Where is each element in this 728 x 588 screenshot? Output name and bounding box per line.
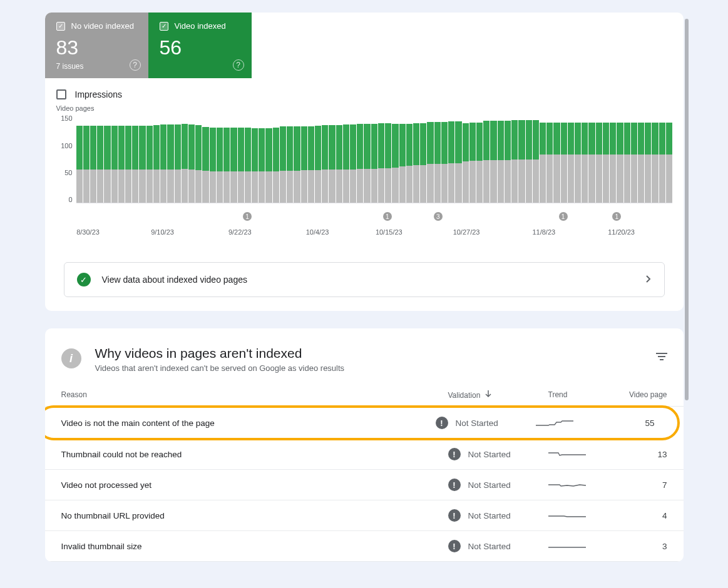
chart-bar[interactable] xyxy=(582,114,588,203)
chart-bar[interactable] xyxy=(561,114,567,203)
chart-bar[interactable] xyxy=(603,114,609,203)
chart-bar[interactable] xyxy=(343,114,349,203)
chart-bar[interactable] xyxy=(111,114,118,203)
chart-bar[interactable] xyxy=(441,114,448,203)
chart-bar[interactable] xyxy=(413,114,419,203)
chart-bar[interactable] xyxy=(230,114,237,203)
chart-bar[interactable] xyxy=(265,114,272,203)
chart-bar[interactable] xyxy=(301,114,307,203)
chart-bar[interactable] xyxy=(518,114,525,203)
chart-bar[interactable] xyxy=(490,114,496,203)
chart-bar[interactable] xyxy=(364,114,370,203)
chart-bar[interactable] xyxy=(652,114,658,203)
chart-bar[interactable] xyxy=(526,114,532,203)
chart-bar[interactable] xyxy=(104,114,110,203)
chart-bar[interactable] xyxy=(666,114,672,203)
chart-bar[interactable] xyxy=(406,114,413,203)
chart-bar[interactable] xyxy=(463,114,469,203)
event-badge[interactable]: 1 xyxy=(559,212,568,221)
chart-bar[interactable] xyxy=(125,114,131,203)
view-indexed-data-link[interactable]: ✓ View data about indexed video pages xyxy=(64,262,665,297)
scrollbar[interactable] xyxy=(684,19,690,588)
chart-bar[interactable] xyxy=(252,114,258,203)
chart-bars[interactable] xyxy=(76,114,672,203)
chart-bar[interactable] xyxy=(160,114,167,203)
col-header-validation[interactable]: Validation xyxy=(448,390,548,400)
table-row[interactable]: No thumbnail URL provided!Not Started4 xyxy=(45,500,684,531)
chart-bar[interactable] xyxy=(378,114,384,203)
chart-bar[interactable] xyxy=(175,114,181,203)
event-badge[interactable]: 1 xyxy=(243,212,252,221)
table-row[interactable]: Video is not the main content of the pag… xyxy=(45,408,677,438)
table-row[interactable]: Invalid thumbnail size!Not Started3 xyxy=(45,531,684,562)
chart-bar[interactable] xyxy=(146,114,153,203)
chart-bar[interactable] xyxy=(540,114,546,203)
chart-bar[interactable] xyxy=(245,114,251,203)
chart-bar[interactable] xyxy=(202,114,208,203)
chart-bar[interactable] xyxy=(188,114,195,203)
chart-bar[interactable] xyxy=(638,114,644,203)
chart-bar[interactable] xyxy=(139,114,145,203)
chart-bar[interactable] xyxy=(118,114,125,203)
checkbox-checked-icon[interactable]: ✓ xyxy=(160,22,168,31)
chart-bar[interactable] xyxy=(195,114,202,203)
chart-bar[interactable] xyxy=(498,114,504,203)
filter-icon[interactable] xyxy=(656,346,667,362)
chart-bar[interactable] xyxy=(336,114,342,203)
chart-bar[interactable] xyxy=(434,114,441,203)
chart-bar[interactable] xyxy=(259,114,265,203)
chart-bar[interactable] xyxy=(210,114,216,203)
chart-bar[interactable] xyxy=(315,114,321,203)
chart-bar[interactable] xyxy=(83,114,90,203)
chart-bar[interactable] xyxy=(167,114,173,203)
chart-bar[interactable] xyxy=(645,114,651,203)
event-badge[interactable]: 3 xyxy=(434,212,443,221)
chart-bar[interactable] xyxy=(357,114,363,203)
chart-bar[interactable] xyxy=(617,114,623,203)
chart-bar[interactable] xyxy=(287,114,293,203)
video-indexed-card[interactable]: ✓ Video indexed 56 ? xyxy=(148,13,252,78)
chart-bar[interactable] xyxy=(448,114,454,203)
chart-bar[interactable] xyxy=(90,114,96,203)
chart-bar[interactable] xyxy=(273,114,279,203)
chart-bar[interactable] xyxy=(392,114,398,203)
chart-bar[interactable] xyxy=(631,114,637,203)
chart-bar[interactable] xyxy=(399,114,406,203)
help-icon[interactable]: ? xyxy=(233,59,244,71)
chart-bar[interactable] xyxy=(476,114,483,203)
event-badge[interactable]: 1 xyxy=(612,212,621,221)
chart-bar[interactable] xyxy=(329,114,335,203)
chart-bar[interactable] xyxy=(371,114,377,203)
event-badge[interactable]: 1 xyxy=(383,212,392,221)
chart-bar[interactable] xyxy=(97,114,103,203)
chart-bar[interactable] xyxy=(308,114,314,203)
chart-bar[interactable] xyxy=(533,114,539,203)
chart-bar[interactable] xyxy=(182,114,188,203)
chart-bar[interactable] xyxy=(132,114,138,203)
chart-bar[interactable] xyxy=(505,114,511,203)
chart-bar[interactable] xyxy=(624,114,630,203)
chart-bar[interactable] xyxy=(153,114,160,203)
chart-bar[interactable] xyxy=(568,114,574,203)
table-row[interactable]: Thumbnail could not be reached!Not Start… xyxy=(45,439,684,470)
chart-bar[interactable] xyxy=(596,114,602,203)
help-icon[interactable]: ? xyxy=(130,59,141,71)
chart-bar[interactable] xyxy=(483,114,490,203)
chart-bar[interactable] xyxy=(427,114,433,203)
chart-bar[interactable] xyxy=(322,114,328,203)
chart-bar[interactable] xyxy=(420,114,426,203)
chart-bar[interactable] xyxy=(223,114,230,203)
chart-bar[interactable] xyxy=(238,114,244,203)
chart-bar[interactable] xyxy=(385,114,391,203)
chart-bar[interactable] xyxy=(588,114,595,203)
chart-bar[interactable] xyxy=(575,114,581,203)
chart-bar[interactable] xyxy=(553,114,560,203)
chart-bar[interactable] xyxy=(546,114,553,203)
chart-bar[interactable] xyxy=(294,114,300,203)
chart-bar[interactable] xyxy=(610,114,616,203)
table-row[interactable]: Video not processed yet!Not Started7 xyxy=(45,470,684,500)
checkbox-checked-icon[interactable]: ✓ xyxy=(56,22,65,31)
no-video-indexed-card[interactable]: ✓ No video indexed 83 7 issues ? xyxy=(45,13,148,78)
impressions-checkbox[interactable] xyxy=(56,89,66,99)
chart-bar[interactable] xyxy=(659,114,665,203)
